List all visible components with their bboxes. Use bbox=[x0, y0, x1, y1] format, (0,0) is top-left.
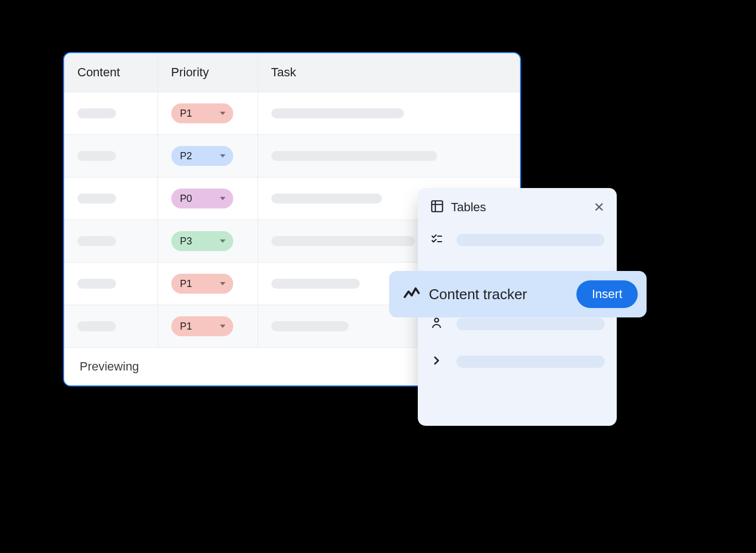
priority-chip[interactable]: P2 bbox=[171, 146, 233, 166]
panel-item-placeholder bbox=[456, 318, 605, 330]
column-header-priority[interactable]: Priority bbox=[158, 53, 258, 92]
cell-task[interactable] bbox=[258, 92, 520, 135]
chevron-down-icon bbox=[220, 239, 225, 243]
panel-item-placeholder bbox=[456, 234, 605, 246]
column-header-content[interactable]: Content bbox=[64, 53, 158, 92]
table-header-row: Content Priority Task bbox=[64, 53, 520, 92]
tables-panel-title: Tables bbox=[451, 200, 594, 215]
cell-content[interactable] bbox=[64, 263, 158, 305]
priority-label: P0 bbox=[180, 193, 192, 205]
content-placeholder bbox=[77, 108, 116, 118]
priority-label: P3 bbox=[180, 236, 192, 247]
chevron-right-icon bbox=[430, 354, 445, 369]
priority-label: P1 bbox=[180, 108, 192, 119]
suggestion-label: Content tracker bbox=[429, 286, 576, 303]
task-placeholder bbox=[271, 194, 382, 204]
priority-chip[interactable]: P1 bbox=[171, 103, 233, 123]
priority-label: P1 bbox=[180, 278, 192, 290]
trend-icon bbox=[402, 284, 422, 305]
cell-priority[interactable]: P3 bbox=[158, 220, 258, 263]
chevron-down-icon bbox=[220, 112, 225, 115]
content-placeholder bbox=[77, 236, 116, 246]
priority-chip[interactable]: P1 bbox=[171, 316, 233, 336]
checklist-icon bbox=[430, 232, 445, 248]
cell-task[interactable] bbox=[258, 135, 520, 178]
chevron-down-icon bbox=[220, 282, 225, 285]
content-placeholder bbox=[77, 279, 116, 289]
priority-label: P2 bbox=[180, 150, 192, 162]
close-icon[interactable]: ✕ bbox=[594, 201, 605, 214]
suggestion-content-tracker[interactable]: Content tracker Insert bbox=[389, 271, 647, 317]
cell-content[interactable] bbox=[64, 92, 158, 135]
task-placeholder bbox=[271, 321, 349, 331]
cell-priority[interactable]: P1 bbox=[158, 263, 258, 305]
cell-priority[interactable]: P1 bbox=[158, 92, 258, 135]
table-row: P2 bbox=[64, 135, 520, 178]
priority-chip[interactable]: P0 bbox=[171, 189, 233, 208]
task-placeholder bbox=[271, 108, 404, 118]
task-placeholder bbox=[271, 236, 415, 246]
task-placeholder bbox=[271, 151, 437, 161]
content-placeholder bbox=[77, 151, 116, 161]
priority-chip[interactable]: P3 bbox=[171, 231, 233, 251]
panel-item-placeholder bbox=[456, 356, 605, 368]
table-row: P1 bbox=[64, 92, 520, 135]
content-placeholder bbox=[77, 194, 116, 204]
priority-chip[interactable]: P1 bbox=[171, 274, 233, 294]
table-icon bbox=[430, 199, 444, 216]
person-icon bbox=[430, 316, 445, 332]
insert-button[interactable]: Insert bbox=[576, 280, 638, 308]
cell-content[interactable] bbox=[64, 135, 158, 178]
cell-priority[interactable]: P1 bbox=[158, 305, 258, 348]
chevron-down-icon bbox=[220, 154, 225, 158]
priority-label: P1 bbox=[180, 321, 192, 332]
tables-panel-header: Tables ✕ bbox=[418, 199, 617, 221]
cell-priority[interactable]: P2 bbox=[158, 135, 258, 178]
svg-rect-0 bbox=[432, 201, 443, 212]
cell-content[interactable] bbox=[64, 220, 158, 263]
task-placeholder bbox=[271, 279, 360, 289]
svg-point-1 bbox=[435, 319, 439, 322]
cell-content[interactable] bbox=[64, 178, 158, 220]
cell-content[interactable] bbox=[64, 305, 158, 348]
panel-item-checklist[interactable] bbox=[418, 221, 617, 259]
chevron-down-icon bbox=[220, 197, 225, 200]
cell-priority[interactable]: P0 bbox=[158, 178, 258, 220]
content-placeholder bbox=[77, 321, 116, 331]
chevron-down-icon bbox=[220, 325, 225, 328]
panel-item-more[interactable] bbox=[418, 343, 617, 380]
column-header-task[interactable]: Task bbox=[258, 53, 520, 92]
